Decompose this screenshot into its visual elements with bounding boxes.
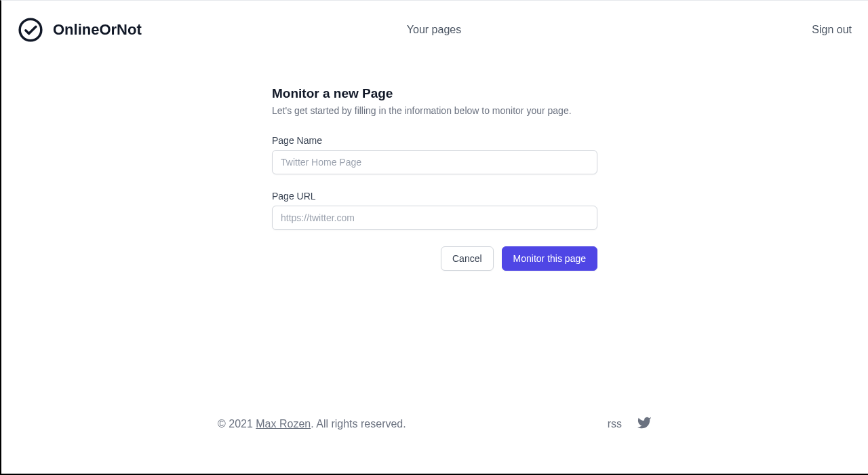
- button-row: Cancel Monitor this page: [272, 246, 597, 271]
- cancel-button[interactable]: Cancel: [441, 246, 494, 271]
- page-name-group: Page Name: [272, 135, 597, 174]
- form-subtitle: Let's get started by filling in the info…: [272, 105, 597, 116]
- nav-your-pages[interactable]: Your pages: [407, 24, 461, 35]
- form-title: Monitor a new Page: [272, 86, 597, 101]
- header-right: Sign out: [812, 24, 852, 36]
- rss-link[interactable]: rss: [608, 418, 622, 430]
- footer: © 2021 Max Rozen. All rights reserved. r…: [1, 396, 868, 474]
- page-name-input[interactable]: [272, 150, 597, 174]
- check-circle-icon: [18, 17, 43, 43]
- monitor-form: Monitor a new Page Let's get started by …: [272, 86, 597, 396]
- header: OnlineOrNot Your pages Sign out: [1, 1, 868, 59]
- author-link[interactable]: Max Rozen: [256, 418, 311, 430]
- copyright-suffix: . All rights reserved.: [311, 418, 406, 430]
- monitor-button[interactable]: Monitor this page: [502, 246, 597, 271]
- page-url-label: Page URL: [272, 191, 597, 202]
- header-left: OnlineOrNot: [18, 17, 142, 43]
- header-nav: Your pages: [407, 24, 461, 36]
- footer-links: rss: [608, 415, 652, 433]
- page-url-input[interactable]: [272, 206, 597, 230]
- copyright-prefix: © 2021: [218, 418, 256, 430]
- main: Monitor a new Page Let's get started by …: [1, 59, 868, 396]
- sign-out-link[interactable]: Sign out: [812, 24, 852, 35]
- page-url-group: Page URL: [272, 191, 597, 230]
- page-name-label: Page Name: [272, 135, 597, 146]
- footer-copyright: © 2021 Max Rozen. All rights reserved.: [218, 418, 406, 430]
- svg-point-0: [20, 19, 41, 41]
- twitter-icon[interactable]: [637, 415, 652, 433]
- footer-inner: © 2021 Max Rozen. All rights reserved. r…: [218, 415, 652, 433]
- brand-name: OnlineOrNot: [53, 21, 142, 39]
